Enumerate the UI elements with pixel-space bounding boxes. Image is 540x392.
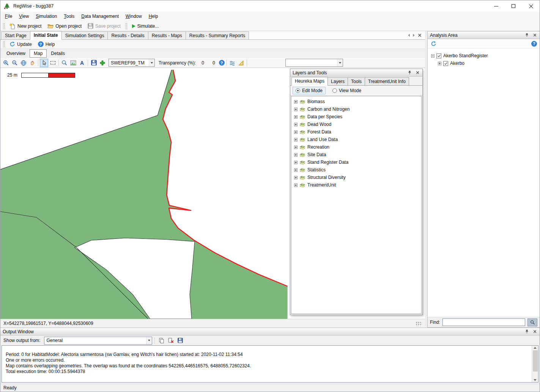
tab-treatmentunit-info[interactable]: TreatmentUnit Info [365,77,409,85]
toolbar-grip[interactable] [3,23,5,29]
view-mode-radio[interactable]: View Mode [329,87,364,94]
pan-tool[interactable] [28,59,36,67]
expand-icon[interactable] [294,153,298,157]
maximize-button[interactable] [505,0,522,12]
tab-scroll-right-icon[interactable] [413,34,415,37]
expand-icon[interactable] [438,62,441,65]
view-tab-overview[interactable]: Overview [2,49,30,58]
tab-results-details[interactable]: Results - Details [107,31,148,39]
tab-results-maps[interactable]: Results - Maps [148,31,186,39]
expand-icon[interactable] [294,108,298,111]
layer-item-structural-diversity[interactable]: Structural Diversity [291,174,421,181]
layer-item-recreation[interactable]: Recreation [291,143,421,151]
menu-view[interactable]: View [16,12,32,21]
tab-heureka-maps[interactable]: Heureka Maps [291,77,328,86]
output-window-header[interactable]: Output Window [0,328,540,336]
layer-item-dead-wood[interactable]: Dead Wood [291,121,421,128]
projection-combobox[interactable]: SWEREF99_TM [109,59,155,67]
zoom-out-tool[interactable] [11,59,19,67]
checkbox-checked-icon[interactable] [443,61,448,66]
update-button[interactable]: Update [7,40,35,49]
export-map-tool[interactable] [69,59,77,67]
layer-item-statistics[interactable]: Statistics [291,166,421,174]
scroll-down-icon[interactable] [534,379,537,381]
tabstrip-close-icon[interactable] [418,33,422,37]
zoom-in-tool[interactable] [2,59,10,67]
layer-item-site-data[interactable]: Site Data [291,151,421,158]
label-tool[interactable]: A [78,59,86,67]
menu-window[interactable]: Window [122,12,145,21]
zoom-window-tool[interactable] [60,59,69,67]
layer-item-carbon-and-nitrogen[interactable]: Carbon and Nitrogen [291,105,421,113]
expand-icon[interactable] [294,176,298,179]
minimize-button[interactable] [487,0,505,12]
refresh-analysis-button[interactable] [430,41,436,47]
help-button[interactable]: ? Help [35,40,58,49]
map-extra-combobox[interactable] [285,59,343,67]
add-layer-tool[interactable] [98,59,107,67]
view-tab-details[interactable]: Details [47,49,69,58]
view-tab-map[interactable]: Map [30,49,47,58]
layer-item-data-per-species[interactable]: Data per Species [291,113,421,121]
menu-simulation[interactable]: Simulation [32,12,60,21]
close-panel-icon[interactable] [532,32,538,38]
layer-item-biomass[interactable]: Biomass [291,98,421,105]
clear-output-button[interactable] [167,336,175,345]
expand-icon[interactable] [294,115,298,119]
menu-tools[interactable]: Tools [60,12,78,21]
tab-layers[interactable]: Layers [327,77,348,85]
toolbar-grip-2[interactable] [126,23,127,29]
tab-scroll-left-icon[interactable] [408,34,410,37]
select-tool[interactable] [40,59,48,67]
close-panel-icon[interactable] [414,70,420,76]
tree-item-akerbo[interactable]: Akerbo [430,60,537,67]
copy-output-button[interactable] [157,336,165,345]
simulate-button[interactable]: Simulate... [129,22,162,30]
layer-item-forest-data[interactable]: Forest Data [291,128,421,136]
expand-icon[interactable] [294,100,298,103]
map-help-icon[interactable]: ? [219,60,225,66]
layer-item-stand-register-data[interactable]: Stand Register Data [291,158,421,166]
tab-simulation-settings[interactable]: Simulation Settings [61,31,108,39]
expand-icon[interactable] [294,138,298,141]
close-panel-icon[interactable] [532,329,538,335]
output-text-area[interactable]: Period: 0 for HabitatModel: Alectoria sa… [2,345,538,383]
tab-results-summary-reports[interactable]: Results - Summary Reports [186,31,249,39]
open-project-button[interactable]: Open project [45,22,84,30]
pin-icon[interactable] [406,70,412,76]
expand-icon[interactable] [294,123,298,126]
layer-item-treatmentunit[interactable]: TreatmentUnit [291,181,421,189]
contour-lines-tool[interactable] [228,59,236,67]
menu-file[interactable]: File [2,12,16,21]
tab-initial-state[interactable]: Initial State [30,31,62,40]
expand-icon[interactable] [294,130,298,134]
tab-start-page[interactable]: Start Page [1,31,30,39]
analysis-panel-header[interactable]: Analysis Area [428,31,540,39]
tab-tools[interactable]: Tools [348,77,365,85]
find-input[interactable] [442,318,525,326]
edit-mode-radio[interactable]: Edit Mode [293,87,326,94]
scroll-up-icon[interactable] [534,347,537,349]
analysis-help-icon[interactable]: ? [531,41,537,47]
save-project-button[interactable]: Save project [85,22,123,30]
output-source-combobox[interactable]: General [44,337,152,345]
menu-data-management[interactable]: Data Management [78,12,122,21]
resize-grip[interactable] [415,321,422,326]
measure-tool[interactable] [237,59,245,67]
update-toolbar-grip[interactable] [3,41,5,47]
expand-icon[interactable] [294,168,298,172]
checkbox-checked-icon[interactable] [436,53,441,58]
close-button[interactable] [522,0,540,12]
layers-panel-header[interactable]: Layers and Tools [290,69,422,77]
menu-help[interactable]: Help [145,12,162,21]
globe-tool[interactable] [19,59,28,67]
save-output-button[interactable] [176,336,184,345]
find-button[interactable] [527,318,537,326]
tree-item-stand-register[interactable]: Akerbo StandRegister [430,52,537,60]
expand-icon[interactable] [294,146,298,149]
collapse-icon[interactable] [431,54,435,58]
rectangle-select-tool[interactable] [49,59,57,67]
scrollbar-thumb[interactable] [533,350,538,372]
map-canvas[interactable]: 25 m Layers and Tools Heureka Maps Layer… [0,68,425,319]
pin-icon[interactable] [524,32,530,38]
